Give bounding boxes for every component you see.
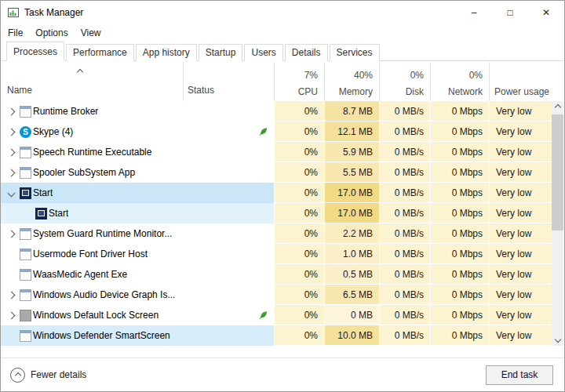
memory-cell: 0.5 MB xyxy=(324,264,379,285)
process-name: Windows Defender SmartScreen xyxy=(33,330,170,341)
disk-label: Disk xyxy=(379,86,424,97)
disk-cell: 0 MB/s xyxy=(379,142,430,162)
column-header-cpu[interactable]: 7% CPU xyxy=(274,70,324,97)
vertical-scrollbar[interactable] xyxy=(552,101,563,346)
tab-performance[interactable]: Performance xyxy=(66,44,134,61)
process-row[interactable]: SSkype (4)0%12.1 MB0 MB/s0 MbpsVery low xyxy=(1,122,554,142)
disk-cell: 0 MB/s xyxy=(379,162,430,183)
titlebar: Task Manager – □ ✕ xyxy=(1,1,564,24)
app-window-icon xyxy=(20,289,31,301)
column-header-power[interactable]: Power usage xyxy=(489,86,554,97)
column-header-name[interactable]: Name xyxy=(7,85,32,96)
tab-startup[interactable]: Startup xyxy=(199,44,243,61)
power-cell: Very low xyxy=(489,325,554,346)
process-row[interactable]: Start0%17.0 MB0 MB/s0 MbpsVery low xyxy=(1,183,554,203)
close-button[interactable]: ✕ xyxy=(528,1,564,24)
status-cell xyxy=(183,223,274,244)
process-name: WaasMedic Agent Exe xyxy=(33,269,127,280)
process-name-cell: System Guard Runtime Monitor... xyxy=(1,223,183,244)
process-row[interactable]: System Guard Runtime Monitor...0%2.2 MB0… xyxy=(1,223,554,244)
process-row[interactable]: Runtime Broker0%8.7 MB0 MB/s0 MbpsVery l… xyxy=(1,101,554,122)
tab-app-history[interactable]: App history xyxy=(136,44,197,61)
memory-cell: 2.2 MB xyxy=(324,223,379,244)
expand-chevron-icon[interactable] xyxy=(4,292,18,298)
minimize-button[interactable]: – xyxy=(456,1,492,24)
process-row[interactable]: Speech Runtime Executable0%5.9 MB0 MB/s0… xyxy=(1,142,554,162)
process-row[interactable]: Windows Audio Device Graph Is...0%6.5 MB… xyxy=(1,285,554,305)
menu-options[interactable]: Options xyxy=(35,27,67,38)
power-cell: Very low xyxy=(489,223,554,244)
process-name-cell: Usermode Font Driver Host xyxy=(1,244,183,264)
memory-cell: 0 MB xyxy=(324,305,379,325)
power-cell: Very low xyxy=(489,142,554,162)
network-label: Network xyxy=(430,86,483,97)
process-row[interactable]: Windows Defender SmartScreen0%10.0 MB0 M… xyxy=(1,325,554,346)
column-header-memory[interactable]: 40% Memory xyxy=(324,70,379,97)
start-icon xyxy=(20,187,31,199)
network-cell: 0 Mbps xyxy=(430,223,489,244)
chevron-up-circle-icon xyxy=(10,368,25,383)
status-cell xyxy=(183,305,274,325)
cpu-cell: 0% xyxy=(274,264,324,285)
menu-view[interactable]: View xyxy=(81,27,101,38)
disk-cell: 0 MB/s xyxy=(379,223,430,244)
disk-cell: 0 MB/s xyxy=(379,203,430,223)
app-window-icon xyxy=(20,147,31,158)
expand-chevron-icon[interactable] xyxy=(4,313,18,318)
power-usage-label: Power usage xyxy=(494,86,554,97)
collapse-chevron-icon[interactable] xyxy=(4,191,18,196)
window-title: Task Manager xyxy=(24,7,83,18)
cpu-cell: 0% xyxy=(274,325,324,346)
cpu-cell: 0% xyxy=(274,285,324,305)
power-cell: Very low xyxy=(489,122,554,142)
column-header-network[interactable]: 0% Network xyxy=(430,70,489,97)
network-cell: 0 Mbps xyxy=(430,285,489,305)
tab-users[interactable]: Users xyxy=(244,44,282,61)
process-name: Start xyxy=(49,208,68,219)
column-header-status[interactable]: Status xyxy=(188,85,214,96)
end-task-button[interactable]: End task xyxy=(486,365,553,385)
process-name: Start xyxy=(33,187,53,198)
scroll-down-arrow[interactable] xyxy=(552,333,563,346)
status-cell xyxy=(183,162,274,183)
process-name-cell: Windows Defender SmartScreen xyxy=(1,325,183,346)
status-cell xyxy=(183,203,274,223)
process-name: Spooler SubSystem App xyxy=(33,167,135,178)
process-row[interactable]: Spooler SubSystem App0%5.5 MB0 MB/s0 Mbp… xyxy=(1,162,554,183)
expand-chevron-icon[interactable] xyxy=(4,170,18,176)
process-row[interactable]: WaasMedic Agent Exe0%0.5 MB0 MB/s0 MbpsV… xyxy=(1,264,554,285)
network-cell: 0 Mbps xyxy=(430,264,489,285)
maximize-button[interactable]: □ xyxy=(492,1,528,24)
cpu-cell: 0% xyxy=(274,203,324,223)
expand-chevron-icon[interactable] xyxy=(4,109,18,114)
process-name: Usermode Font Driver Host xyxy=(33,249,148,260)
start-icon xyxy=(35,208,47,220)
details-toggle[interactable]: Fewer details xyxy=(10,368,86,383)
process-name-cell: Speech Runtime Executable xyxy=(1,142,183,162)
expand-chevron-icon[interactable] xyxy=(4,129,18,135)
sort-ascending-icon xyxy=(78,66,82,77)
disk-cell: 0 MB/s xyxy=(379,101,430,122)
scrollbar-thumb[interactable] xyxy=(552,114,563,230)
disk-cell: 0 MB/s xyxy=(379,122,430,142)
tab-services[interactable]: Services xyxy=(330,44,380,61)
tab-details[interactable]: Details xyxy=(285,44,328,61)
menu-file[interactable]: File xyxy=(8,27,23,38)
tab-processes[interactable]: Processes xyxy=(6,42,64,61)
cpu-cell: 0% xyxy=(274,244,324,264)
memory-label: Memory xyxy=(324,86,373,97)
expand-chevron-icon[interactable] xyxy=(4,150,18,155)
network-total-percent: 0% xyxy=(430,70,483,81)
disk-cell: 0 MB/s xyxy=(379,264,430,285)
process-name: Speech Runtime Executable xyxy=(33,147,151,158)
scroll-up-arrow[interactable] xyxy=(552,101,563,114)
expand-chevron-icon[interactable] xyxy=(4,231,18,237)
memory-cell: 5.9 MB xyxy=(324,142,379,162)
column-header-disk[interactable]: 0% Disk xyxy=(379,70,430,97)
process-row[interactable]: Start0%17.0 MB0 MB/s0 MbpsVery low xyxy=(1,203,554,223)
process-row[interactable]: Usermode Font Driver Host0%1.0 MB0 MB/s0… xyxy=(1,244,554,264)
cpu-cell: 0% xyxy=(274,305,324,325)
process-row[interactable]: Windows Default Lock Screen0%0 MB0 MB/s0… xyxy=(1,305,554,325)
process-list: Runtime Broker0%8.7 MB0 MB/s0 MbpsVery l… xyxy=(1,101,554,346)
process-name-cell: Windows Default Lock Screen xyxy=(1,305,183,325)
